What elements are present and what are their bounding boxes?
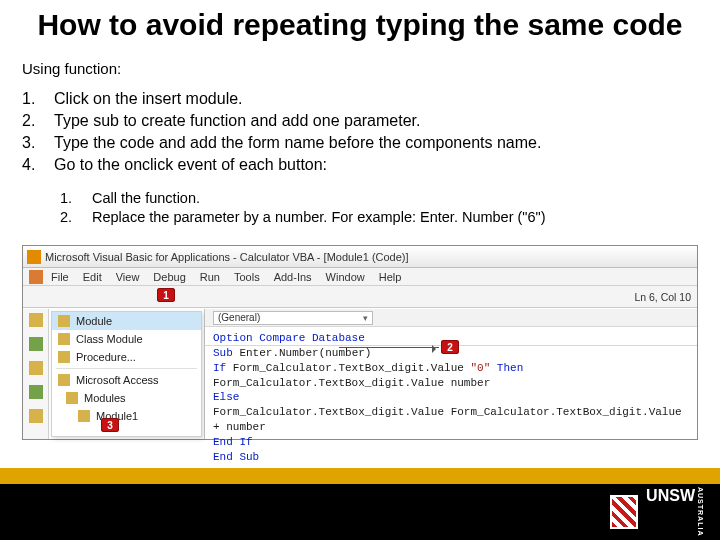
- step-1: Click on the insert module.: [54, 90, 243, 108]
- tree-item-module1[interactable]: Module1: [52, 407, 201, 425]
- menu-edit[interactable]: Edit: [83, 271, 102, 283]
- menu-file[interactable]: File: [51, 271, 69, 283]
- step-2: Type sub to create function and add one …: [54, 112, 420, 130]
- unsw-logo-text: UNSW AUSTRALIA: [646, 487, 704, 536]
- footer-accent-bar: [0, 468, 720, 484]
- chevron-down-icon: ▾: [363, 313, 368, 323]
- object-dropdown[interactable]: (General) ▾: [213, 311, 373, 325]
- file-icon: [29, 270, 43, 284]
- ide-toolbar: Ln 6, Col 10: [23, 286, 697, 308]
- separator: [56, 368, 197, 369]
- component-icon: [29, 385, 43, 399]
- module-icon: [58, 315, 70, 327]
- sub-list: 1.Call the function. 2.Replace the param…: [60, 190, 700, 228]
- arrow-2: [339, 347, 439, 348]
- project-icon: [29, 313, 43, 327]
- module-icon: [78, 410, 90, 422]
- code-header: (General) ▾: [205, 309, 697, 327]
- menu-window[interactable]: Window: [326, 271, 365, 283]
- tree-item-class-module[interactable]: Class Module: [52, 330, 201, 348]
- menu-debug[interactable]: Debug: [153, 271, 185, 283]
- menu-addins[interactable]: Add-Ins: [274, 271, 312, 283]
- step-3: Type the code and add the form name befo…: [54, 134, 541, 152]
- main-list: 1.Click on the insert module. 2.Type sub…: [22, 90, 700, 178]
- code-editor[interactable]: (General) ▾ Option Compare Database Sub …: [205, 309, 697, 439]
- footer: UNSW AUSTRALIA: [0, 484, 720, 540]
- procedure-icon: [58, 351, 70, 363]
- insert-dropdown-panel: Module Class Module Procedure... Microso…: [49, 309, 205, 439]
- folder-icon: [29, 361, 43, 375]
- callout-3: 3: [101, 418, 119, 432]
- project-icon-column: [23, 309, 49, 439]
- ide-title-text: Microsoft Visual Basic for Applications …: [45, 251, 409, 263]
- ide-titlebar: Microsoft Visual Basic for Applications …: [23, 246, 697, 268]
- substep-1: Call the function.: [92, 190, 200, 206]
- menu-tools[interactable]: Tools: [234, 271, 260, 283]
- slide-title: How to avoid repeating typing the same c…: [0, 0, 720, 47]
- menu-run[interactable]: Run: [200, 271, 220, 283]
- component-icon: [29, 337, 43, 351]
- tree-section-access: Microsoft Access: [52, 371, 201, 389]
- menu-view[interactable]: View: [116, 271, 140, 283]
- ide-menubar: File Edit View Debug Run Tools Add-Ins W…: [23, 268, 697, 286]
- menu-help[interactable]: Help: [379, 271, 402, 283]
- folder-icon: [66, 392, 78, 404]
- access-icon: [58, 374, 70, 386]
- dropdown-shadow: Module Class Module Procedure... Microso…: [51, 311, 202, 437]
- step-4: Go to the onclick event of each button:: [54, 156, 327, 174]
- folder-icon: [29, 409, 43, 423]
- callout-2: 2: [441, 340, 459, 354]
- callout-1: 1: [157, 288, 175, 302]
- slide: How to avoid repeating typing the same c…: [0, 0, 720, 540]
- substep-2: Replace the parameter by a number. For e…: [92, 209, 546, 225]
- unsw-crest-icon: [610, 495, 638, 529]
- subtitle: Using function:: [22, 60, 121, 77]
- cursor-position: Ln 6, Col 10: [634, 291, 691, 303]
- vb-app-icon: [27, 250, 41, 264]
- class-module-icon: [58, 333, 70, 345]
- ide-body: Module Class Module Procedure... Microso…: [23, 309, 697, 439]
- tree-item-procedure[interactable]: Procedure...: [52, 348, 201, 366]
- vba-ide-window: Microsoft Visual Basic for Applications …: [22, 245, 698, 440]
- tree-item-modules[interactable]: Modules: [52, 389, 201, 407]
- tree-item-module[interactable]: Module: [52, 312, 201, 330]
